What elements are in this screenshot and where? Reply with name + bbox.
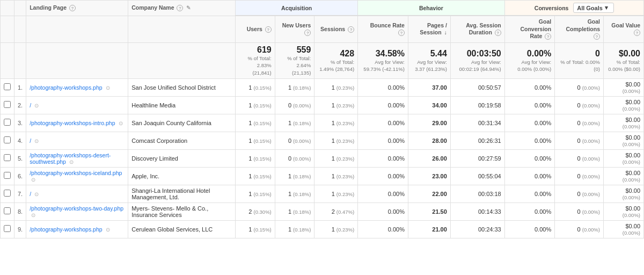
landing-page-link-6[interactable]: / bbox=[30, 191, 31, 197]
totals-users-cell: 619 % of Total: 2.83% (21,841) bbox=[236, 42, 275, 78]
checkbox-input-2[interactable] bbox=[4, 119, 11, 126]
totals-goal-value-cell: $0.00 % of Total: 0.00% ($0.00) bbox=[603, 42, 643, 78]
copy-icon-0[interactable]: ⊙ bbox=[106, 85, 110, 91]
row-avg-session-0: 00:50:57 bbox=[450, 78, 504, 96]
table-row: 8. /photography-workshops-two-day.php ⊙ … bbox=[1, 202, 644, 220]
landing-page-link-7[interactable]: /photography-workshops-two-day.php bbox=[30, 205, 123, 212]
row-sessions-6: 1 (0.23%) bbox=[314, 185, 358, 202]
row-goal-conv-2: 0.00% bbox=[504, 114, 554, 132]
row-new-users-2: 1 (0.18%) bbox=[275, 114, 314, 132]
checkbox-input-8[interactable] bbox=[4, 225, 11, 232]
totals-pages-value: 5.44 bbox=[412, 49, 447, 59]
company-edit-icon[interactable]: ✎ bbox=[186, 5, 191, 11]
row-avg-session-4: 00:27:59 bbox=[450, 149, 504, 167]
row-bounce-0: 0.00% bbox=[358, 78, 408, 96]
row-goal-comp-1: 0 (0.00%) bbox=[555, 96, 604, 114]
avg-session-help-icon[interactable]: ? bbox=[495, 30, 501, 36]
table-row: 1. /photography-workshops.php ⊙ San Jose… bbox=[1, 78, 644, 96]
row-company-5: Apple, Inc. bbox=[128, 167, 236, 185]
copy-icon-8[interactable]: ⊙ bbox=[106, 227, 110, 233]
checkbox-input-3[interactable] bbox=[4, 136, 11, 143]
copy-icon-2[interactable]: ⊙ bbox=[119, 120, 123, 126]
table-row: 2. / ⊙ Healthline Media 1 (0.15%) 0 (0.0… bbox=[1, 96, 644, 114]
bounce-rate-subheader: Bounce Rate ? bbox=[358, 16, 408, 42]
company-name-help-icon[interactable]: ? bbox=[177, 5, 183, 11]
row-checkbox-8[interactable] bbox=[1, 220, 14, 238]
row-goal-comp-6: 0 (0.00%) bbox=[555, 185, 604, 202]
copy-icon-1[interactable]: ⊙ bbox=[34, 103, 39, 108]
row-goal-comp-4: 0 (0.00%) bbox=[555, 149, 604, 167]
row-goal-comp-2: 0 (0.00%) bbox=[555, 114, 604, 132]
totals-pages-cell: 5.44 Avg for View: 3.37 (61.23%) bbox=[408, 42, 450, 78]
row-users-7: 2 (0.30%) bbox=[236, 202, 275, 220]
goal-value-subheader: Goal Value ? bbox=[603, 16, 643, 42]
copy-icon-6[interactable]: ⊙ bbox=[34, 191, 39, 197]
checkbox-input-5[interactable] bbox=[4, 172, 11, 179]
checkbox-input-1[interactable] bbox=[4, 101, 11, 108]
landing-page-link-3[interactable]: / bbox=[30, 138, 31, 144]
goal-completions-subheader: Goal Completions ? bbox=[555, 16, 604, 42]
checkbox-input-0[interactable] bbox=[4, 83, 11, 90]
pages-session-subheader[interactable]: Pages / Session ↓ bbox=[408, 16, 450, 42]
goals-dropdown[interactable]: All Goals ▾ bbox=[573, 3, 614, 13]
table-row: 7. / ⊙ Shangri-La International Hotel Ma… bbox=[1, 185, 644, 202]
row-bounce-3: 0.00% bbox=[358, 132, 408, 149]
row-goal-conv-7: 0.00% bbox=[504, 202, 554, 220]
row-new-users-8: 1 (0.18%) bbox=[275, 220, 314, 238]
row-goal-value-6: $0.00 (0.00%) bbox=[603, 185, 643, 202]
num-subheader bbox=[14, 16, 26, 42]
row-checkbox-3[interactable] bbox=[1, 132, 14, 149]
bounce-rate-label: Bounce Rate bbox=[370, 22, 405, 28]
row-landing-0: /photography-workshops.php ⊙ bbox=[26, 78, 128, 96]
copy-icon-7[interactable]: ⊙ bbox=[31, 212, 35, 218]
row-pages-3: 28.00 bbox=[408, 132, 450, 149]
row-goal-conv-8: 0.00% bbox=[504, 220, 554, 238]
goal-value-help-icon[interactable]: ? bbox=[634, 30, 640, 36]
row-avg-session-3: 00:26:31 bbox=[450, 132, 504, 149]
checkbox-input-6[interactable] bbox=[4, 190, 11, 197]
sessions-help-icon[interactable]: ? bbox=[348, 26, 354, 33]
row-avg-session-7: 00:14:33 bbox=[450, 202, 504, 220]
bounce-rate-help-icon[interactable]: ? bbox=[398, 30, 405, 36]
row-goal-value-2: $0.00 (0.00%) bbox=[603, 114, 643, 132]
totals-bounce-cell: 34.58% Avg for View: 59.73% (-42.11%) bbox=[358, 42, 408, 78]
row-landing-7: /photography-workshops-two-day.php ⊙ bbox=[26, 202, 128, 220]
chevron-down-icon: ▾ bbox=[605, 4, 608, 11]
row-checkbox-5[interactable] bbox=[1, 167, 14, 185]
goal-conversion-help-icon[interactable]: ? bbox=[545, 33, 551, 40]
copy-icon-4[interactable]: ⊙ bbox=[69, 159, 74, 165]
row-checkbox-4[interactable] bbox=[1, 149, 14, 167]
users-help-icon[interactable]: ? bbox=[265, 26, 272, 33]
goal-completions-label: Goal Completions bbox=[566, 18, 600, 32]
landing-page-link-2[interactable]: /photography-workshops-intro.php bbox=[30, 120, 115, 126]
behavior-label: Behavior bbox=[419, 5, 443, 11]
row-users-3: 1 (0.15%) bbox=[236, 132, 275, 149]
landing-page-link-1[interactable]: / bbox=[30, 102, 31, 108]
landing-page-link-8[interactable]: /photography-workshops.php bbox=[30, 226, 102, 233]
row-checkbox-1[interactable] bbox=[1, 96, 14, 114]
landing-page-link-5[interactable]: /photography-workshops-iceland.php bbox=[30, 170, 122, 176]
table-row: 4. / ⊙ Comcast Corporation 1 (0.15%) 0 (… bbox=[1, 132, 644, 149]
landing-page-help-icon[interactable]: ? bbox=[69, 5, 76, 11]
company-subheader bbox=[128, 16, 236, 42]
goals-dropdown-label: All Goals bbox=[577, 5, 603, 11]
copy-icon-3[interactable]: ⊙ bbox=[34, 138, 39, 144]
row-landing-6: / ⊙ bbox=[26, 185, 128, 202]
row-checkbox-6[interactable] bbox=[1, 185, 14, 202]
row-landing-2: /photography-workshops-intro.php ⊙ bbox=[26, 114, 128, 132]
totals-bounce-value: 34.58% bbox=[361, 49, 405, 59]
sessions-subheader: Sessions ? bbox=[314, 16, 358, 42]
row-goal-comp-8: 0 (0.00%) bbox=[555, 220, 604, 238]
totals-sessions-cell: 428 % of Total: 1.49% (28,764) bbox=[314, 42, 358, 78]
checkbox-input-7[interactable] bbox=[4, 207, 11, 214]
copy-icon-5[interactable]: ⊙ bbox=[31, 177, 35, 183]
checkbox-input-4[interactable] bbox=[4, 154, 11, 161]
row-pages-7: 21.50 bbox=[408, 202, 450, 220]
row-checkbox-0[interactable] bbox=[1, 78, 14, 96]
row-checkbox-7[interactable] bbox=[1, 202, 14, 220]
row-checkbox-2[interactable] bbox=[1, 114, 14, 132]
goal-completions-help-icon[interactable]: ? bbox=[594, 33, 600, 40]
row-goal-value-7: $0.00 (0.00%) bbox=[603, 202, 643, 220]
new-users-help-icon[interactable]: ? bbox=[304, 30, 311, 36]
landing-page-link-0[interactable]: /photography-workshops.php bbox=[30, 84, 102, 91]
